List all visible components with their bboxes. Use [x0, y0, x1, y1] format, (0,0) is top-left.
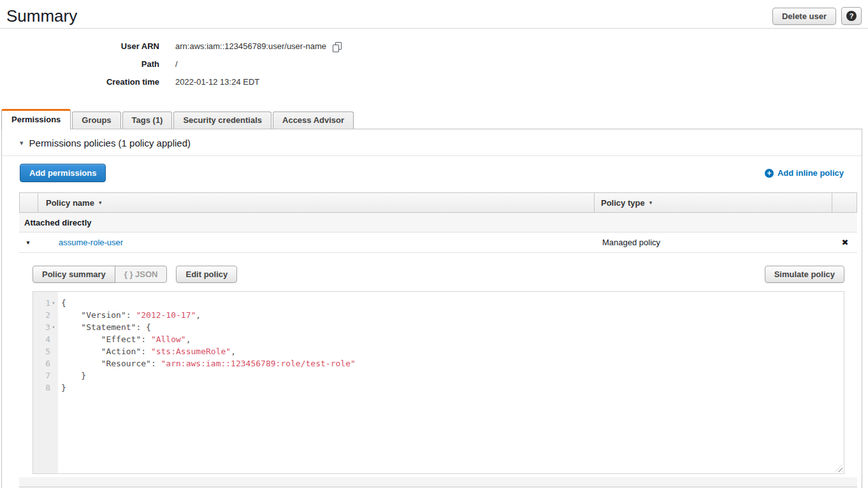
policy-summary-button[interactable]: Policy summary: [33, 266, 115, 283]
remove-policy-button[interactable]: ✖: [833, 238, 857, 247]
edit-policy-button[interactable]: Edit policy: [176, 266, 237, 283]
policy-name-link[interactable]: assume-role-user: [59, 238, 123, 247]
remove-column-header: [832, 193, 857, 212]
row-expander-button[interactable]: ▾: [19, 239, 37, 246]
page-header: Summary Delete user ?: [0, 0, 868, 29]
tab-groups[interactable]: Groups: [72, 111, 120, 129]
code-line: "Resource": "arn:aws:iam::123456789:role…: [61, 357, 844, 370]
fold-caret-icon[interactable]: ▾: [50, 297, 57, 309]
gutter-line-number: 4: [33, 333, 58, 345]
code-line: "Effect": "Allow",: [61, 333, 844, 345]
code-line: }: [61, 382, 844, 394]
copy-icon[interactable]: [333, 42, 342, 52]
group-row-label: Attached directly: [24, 218, 91, 227]
policy-name-column-header[interactable]: Policy name ▾: [38, 193, 594, 212]
json-view-button[interactable]: { } JSON: [115, 266, 168, 283]
detail-value: 2022-01-12 13:24 EDT: [175, 77, 259, 87]
policy-name-header-label: Policy name: [46, 198, 94, 208]
detail-label: Path: [0, 59, 175, 69]
sort-caret-icon: ▾: [99, 199, 102, 206]
attached-directly-group-row: Attached directly: [19, 213, 857, 233]
policies-table: Policy name ▾ Policy type ▾ Attached dir…: [19, 192, 857, 487]
gutter-line-number: 5: [33, 345, 58, 357]
detail-label: User ARN: [0, 41, 175, 52]
gutter-line-number: 6: [33, 357, 58, 370]
simulate-policy-button[interactable]: Simulate policy: [765, 266, 844, 283]
view-toggle-group: Policy summary { } JSON Edit policy: [33, 266, 237, 283]
code-line: }: [61, 370, 844, 382]
detail-row: User ARNarn:aws:iam::123456789:user/user…: [0, 41, 868, 52]
code-line: {: [61, 297, 844, 309]
gutter-line-number: 8: [33, 382, 58, 394]
add-inline-policy-label: Add inline policy: [778, 168, 844, 178]
collapse-caret-icon: ▾: [20, 140, 24, 147]
detail-value: arn:aws:iam::123456789:user/user-name: [175, 41, 326, 52]
add-inline-policy-link[interactable]: + Add inline policy: [765, 168, 844, 178]
add-permissions-button[interactable]: Add permissions: [20, 164, 106, 182]
policy-type-cell: Managed policy: [596, 238, 833, 247]
permissions-policies-section-header[interactable]: ▾ Permissions policies (1 policy applied…: [2, 129, 862, 155]
policy-name-cell: assume-role-user: [37, 238, 596, 247]
tab-tags[interactable]: Tags (1): [122, 111, 173, 129]
delete-user-button[interactable]: Delete user: [772, 8, 836, 25]
sort-caret-icon: ▾: [649, 199, 653, 206]
table-header-row: Policy name ▾ Policy type ▾: [19, 192, 857, 213]
code-line: "Statement": {: [61, 321, 844, 333]
expander-column-header: [20, 193, 38, 212]
iam-user-summary-page: Summary Delete user ? User ARNarn:aws:ia…: [0, 0, 868, 488]
help-button[interactable]: ?: [841, 7, 862, 25]
editor-code[interactable]: { "Version": "2012-10-17", "Statement": …: [58, 292, 844, 473]
tab-bar: PermissionsGroupsTags (1)Security creden…: [0, 109, 868, 129]
user-details: User ARNarn:aws:iam::123456789:user/user…: [0, 29, 868, 101]
permissions-tab-panel: ▾ Permissions policies (1 policy applied…: [1, 129, 862, 488]
section-title: Permissions policies (1 policy applied): [29, 138, 191, 148]
gutter-line-number: 1▾: [33, 297, 58, 309]
policy-json-editor[interactable]: 1▾23▾45678 { "Version": "2012-10-17", "S…: [33, 291, 844, 474]
tab-security-credentials[interactable]: Security credentials: [173, 111, 271, 129]
policy-view-buttons-row: Policy summary { } JSON Edit policy Simu…: [33, 266, 844, 283]
header-actions: Delete user ?: [772, 7, 862, 25]
detail-row: Creation time2022-01-12 13:24 EDT: [0, 77, 868, 87]
policy-detail-expanded-area: Policy summary { } JSON Edit policy Simu…: [19, 253, 857, 474]
help-icon: ?: [846, 11, 857, 21]
code-line: "Version": "2012-10-17",: [61, 309, 844, 321]
detail-row: Path/: [0, 59, 868, 69]
policy-type-column-header[interactable]: Policy type ▾: [594, 193, 832, 212]
policy-actions-row: Add permissions + Add inline policy: [2, 156, 862, 191]
table-footer: [19, 477, 857, 487]
expander-caret-icon: ▾: [26, 239, 29, 246]
page-title: Summary: [6, 6, 77, 26]
gutter-line-number: 7: [33, 370, 58, 382]
detail-label: Creation time: [0, 77, 175, 87]
policy-table-row: ▾ assume-role-user Managed policy ✖: [19, 233, 857, 253]
tab-access-advisor[interactable]: Access Advisor: [273, 111, 354, 129]
fold-caret-icon[interactable]: ▾: [50, 321, 57, 333]
policy-type-header-label: Policy type: [601, 198, 645, 208]
code-line: "Action": "sts:AssumeRole",: [61, 345, 844, 357]
detail-value: /: [175, 59, 178, 69]
gutter-line-number: 3▾: [33, 321, 58, 333]
plus-icon: +: [765, 169, 774, 178]
tab-permissions[interactable]: Permissions: [1, 109, 71, 129]
gutter-line-number: 2: [33, 309, 58, 321]
editor-gutter: 1▾23▾45678: [33, 292, 58, 473]
